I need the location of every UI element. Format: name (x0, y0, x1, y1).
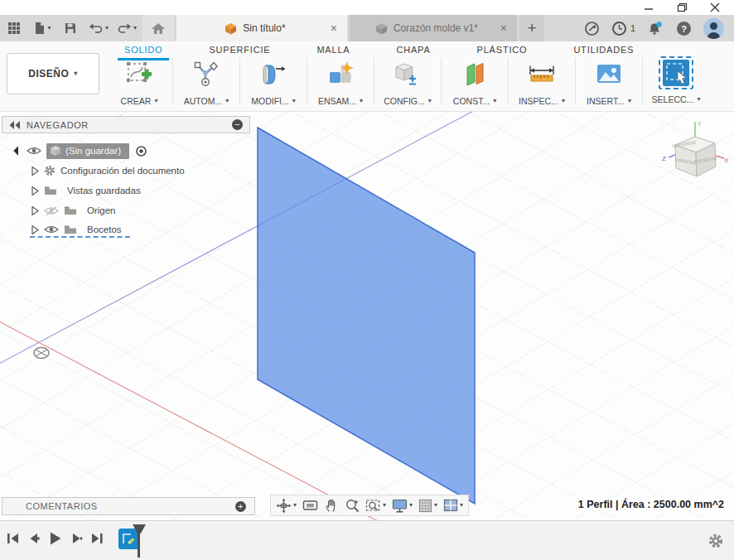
chevron-down-icon: ▾ (105, 25, 109, 31)
pan-hand-icon (324, 498, 339, 513)
job-status-clock-icon[interactable] (611, 21, 627, 36)
root-document-node[interactable]: (Sin guardar) (46, 143, 129, 159)
chevron-down-icon: ▾ (562, 98, 565, 104)
group-automatizado[interactable]: AUTOM...▾ (173, 56, 239, 106)
expanded-triangle-icon[interactable] (13, 146, 22, 155)
navigator-panel: NAVEGADOR − (Sin guardar) Configuración … (2, 116, 250, 240)
viewcube[interactable]: Y X Z SUPERIOR FRONTAL DERECHA (659, 118, 732, 201)
navigator-title: NAVEGADOR (27, 120, 89, 130)
tree-item-label: Configuración del documento (60, 166, 185, 176)
zoom-fit-icon (365, 499, 381, 513)
look-at-button[interactable] (302, 499, 318, 512)
notifications-bell-icon[interactable] (647, 21, 664, 36)
collapse-panel-icon[interactable] (9, 121, 20, 129)
skip-to-start-icon[interactable] (7, 532, 19, 545)
timeline-sketch-feature[interactable] (118, 529, 139, 549)
construct-plane-icon (461, 60, 489, 89)
visibility-eye-icon[interactable] (27, 146, 41, 156)
viewports-icon (443, 499, 458, 512)
group-configurar[interactable]: CONFIG...▾ (374, 56, 441, 106)
chevron-down-icon: ▾ (47, 25, 51, 31)
display-settings-button[interactable]: ▾ (392, 499, 413, 513)
application-bar: ▾ ▾ ▾ Sin título* × Corazón molde v1* × … (0, 15, 734, 41)
tree-row-named-views[interactable]: Vistas guardadas (2, 181, 250, 200)
chevron-down-icon: ▾ (133, 25, 137, 31)
tree-row-origin[interactable]: Origen (2, 200, 250, 220)
component-cube-icon (50, 145, 61, 157)
ribbon-groups: CREAR▾ AUTOM...▾ MOD (106, 56, 709, 106)
group-ensamblar[interactable]: ENSAM...▾ (307, 56, 374, 106)
undo-button[interactable]: ▾ (85, 15, 113, 41)
save-button[interactable] (56, 15, 85, 41)
group-insertar[interactable]: INSERT...▾ (576, 56, 642, 106)
visibility-eye-icon[interactable] (44, 224, 59, 234)
chevron-down-icon: ▾ (434, 502, 437, 509)
press-pull-icon (259, 60, 287, 89)
extensions-icon[interactable] (584, 21, 600, 36)
collapsed-triangle-icon[interactable] (31, 186, 39, 196)
collapsed-triangle-icon[interactable] (31, 225, 39, 234)
document-cube-icon (225, 22, 237, 35)
activate-component-radio-icon[interactable] (134, 144, 148, 158)
model-viewport[interactable]: Y X Z SUPERIOR FRONTAL DERECHA NAVEGADOR… (0, 112, 734, 520)
tree-row-sketches[interactable]: Bocetos (2, 220, 250, 240)
comments-bar[interactable]: COMENTARIOS + (2, 497, 255, 515)
workspace-selector-button[interactable]: DISEÑO ▾ (7, 53, 99, 94)
chevron-down-icon: ▾ (360, 98, 363, 104)
help-icon[interactable]: ? (676, 21, 692, 36)
chevron-down-icon: ▾ (428, 98, 432, 104)
zoom-button[interactable] (345, 498, 360, 513)
sketch-plane[interactable] (258, 128, 475, 504)
new-tab-button[interactable]: + (519, 15, 544, 41)
pan-button[interactable] (324, 498, 339, 513)
group-inspeccionar[interactable]: INSPEC...▾ (509, 56, 575, 106)
timeline-bar (0, 520, 734, 560)
step-forward-icon[interactable] (70, 532, 83, 545)
add-comment-icon[interactable]: + (235, 501, 246, 512)
insert-image-icon (595, 60, 623, 89)
origin-point-marker[interactable] (34, 348, 49, 359)
visibility-off-eye-icon[interactable] (44, 205, 59, 216)
close-window-icon[interactable] (709, 2, 721, 12)
restore-icon[interactable] (676, 2, 688, 12)
chevron-down-icon: ▾ (293, 502, 297, 509)
user-avatar[interactable] (703, 18, 724, 39)
chevron-down-icon: ▾ (154, 98, 157, 104)
redo-icon (117, 22, 132, 35)
display-settings-icon (392, 499, 408, 513)
redo-button[interactable]: ▾ (113, 15, 141, 41)
document-tab-inactive[interactable]: Corazón molde v1* × (350, 15, 517, 41)
group-construir[interactable]: CONST...▾ (442, 56, 508, 106)
viewcube-z-axis (669, 155, 676, 158)
viewports-button[interactable]: ▾ (443, 499, 463, 512)
configure-icon (394, 60, 422, 89)
close-tab-icon[interactable]: × (331, 22, 337, 35)
close-tab-icon[interactable]: × (500, 22, 507, 35)
y-axis-label: Y (698, 121, 702, 127)
group-crear[interactable]: CREAR▾ (106, 56, 172, 106)
group-modificar[interactable]: MODIFI...▾ (240, 56, 307, 106)
group-seleccionar[interactable]: SELECC...▾ (643, 56, 709, 106)
collapsed-triangle-icon[interactable] (31, 167, 39, 176)
collapse-tree-icon[interactable]: − (232, 119, 243, 130)
fit-button[interactable]: ▾ (365, 499, 386, 513)
chevron-down-icon: ▾ (697, 96, 700, 103)
skip-to-end-icon[interactable] (91, 532, 104, 545)
document-tab-active[interactable]: Sin título* × (176, 15, 347, 41)
app-grid-menu-icon[interactable] (0, 15, 28, 41)
timeline-settings-gear-icon[interactable] (707, 533, 724, 553)
orbit-button[interactable]: ▾ (276, 498, 297, 514)
home-button[interactable] (142, 15, 174, 41)
collapsed-triangle-icon[interactable] (31, 206, 39, 215)
root-document-label: (Sin guardar) (65, 146, 121, 156)
file-menu-button[interactable]: ▾ (28, 15, 56, 41)
play-icon[interactable] (48, 531, 62, 546)
grid-display-button[interactable]: ▾ (418, 499, 437, 513)
tree-row-root[interactable]: (Sin guardar) (2, 141, 250, 161)
tree-item-label: Bocetos (82, 224, 122, 234)
x-axis-label: X (724, 157, 729, 164)
navigator-header[interactable]: NAVEGADOR − (2, 116, 250, 133)
tree-row-document-settings[interactable]: Configuración del documento (2, 161, 250, 181)
minimize-icon[interactable] (643, 2, 654, 12)
step-back-icon[interactable] (27, 532, 40, 545)
